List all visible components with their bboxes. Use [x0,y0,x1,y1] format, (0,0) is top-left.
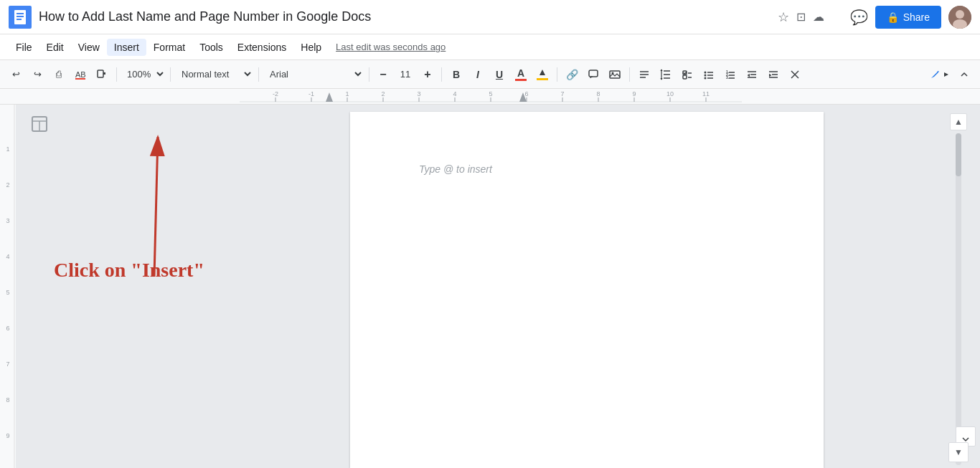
pen-mode-button[interactable] [927,65,953,85]
svg-text:3.: 3. [726,75,730,80]
svg-text:ABC: ABC [75,70,86,79]
svg-text:6: 6 [6,325,9,332]
document-title[interactable]: How to Add Last Name and Page Number in … [39,9,778,24]
bulleted-list-button[interactable] [699,65,719,85]
redo-button[interactable]: ↪ [27,65,47,85]
menu-insert[interactable]: Insert [107,39,146,56]
document-page[interactable]: Type @ to insert [350,112,824,468]
link-button[interactable]: 🔗 [562,65,582,85]
toolbar-divider-7 [629,67,630,82]
svg-text:9: 9 [6,432,9,439]
svg-rect-74 [0,105,16,468]
last-edit-status: Last edit was seconds ago [336,42,446,52]
print-button[interactable]: ⎙ [49,65,69,85]
menu-extensions[interactable]: Extensions [230,39,293,56]
italic-button[interactable]: I [468,65,488,85]
share-button[interactable]: 🔒 Share [875,6,941,29]
collapse-toolbar-button[interactable] [954,65,974,85]
checklist-button[interactable] [677,65,697,85]
menu-tools[interactable]: Tools [192,39,230,56]
toolbar-divider-3 [258,67,259,82]
insert-comment-button[interactable] [583,65,603,85]
menu-file[interactable]: File [9,39,39,56]
toolbar: ↩ ↪ ⎙ ABC 100% 75% 90% 125% 150% Normal … [0,60,980,89]
page-layout-icon[interactable] [29,113,50,135]
text-color-indicator: A [515,67,527,81]
menu-format[interactable]: Format [146,39,192,56]
svg-text:9: 9 [632,90,636,97]
toolbar-divider-6 [557,67,557,82]
svg-line-89 [154,137,158,277]
text-color-button[interactable]: A [511,65,531,85]
comment-history-icon[interactable]: 💬 [850,9,868,26]
toolbar-divider-4 [369,67,369,82]
menu-edit[interactable]: Edit [39,39,71,56]
svg-text:8: 8 [596,90,600,97]
user-avatar[interactable] [948,6,971,29]
star-icon[interactable]: ☆ [778,9,789,25]
font-size-input[interactable] [394,65,417,84]
text-color-bar [515,79,527,81]
main-content: 1 2 3 4 5 6 7 8 9 [0,105,980,468]
decrease-font-size-button[interactable]: − [374,65,392,84]
svg-text:7: 7 [560,90,564,97]
font-selector[interactable]: Arial Times New Roman Georgia Verdana [263,66,364,82]
svg-rect-11 [589,70,598,77]
svg-point-24 [705,71,707,73]
highlight-indicator [537,68,548,80]
svg-rect-12 [610,71,620,78]
scrollbar-track[interactable] [956,133,961,465]
paint-format-button[interactable] [92,65,112,85]
svg-text:8: 8 [6,396,9,403]
svg-text:10: 10 [666,90,674,97]
underline-button[interactable]: U [489,65,509,85]
svg-rect-22 [683,75,687,79]
type-to-insert-prompt: Type @ to insert [419,163,755,175]
align-button[interactable] [634,65,654,85]
clear-formatting-button[interactable] [785,65,805,85]
bold-button[interactable]: B [446,65,466,85]
spell-check-button[interactable]: ABC [70,65,90,85]
zoom-selector[interactable]: 100% 75% 90% 125% 150% [121,67,166,82]
document-area[interactable]: Type @ to insert [237,105,937,468]
svg-text:-1: -1 [308,90,314,97]
annotation-arrow [0,105,237,355]
numbered-list-button[interactable]: 1. 2. 3. [720,65,740,85]
title-actions: ☆ ⊡ ☁ 💬 🔒 Share [778,6,971,29]
svg-text:11: 11 [702,90,710,97]
annotation-text: Click on "Insert" [54,259,204,282]
line-spacing-button[interactable] [656,65,676,85]
folder-icon[interactable]: ⊡ [796,10,806,24]
menu-help[interactable]: Help [293,39,329,56]
scroll-up-button[interactable]: ▲ [950,113,967,130]
decrease-indent-button[interactable] [742,65,762,85]
insert-image-button[interactable] [605,65,625,85]
scrollbar-thumb[interactable] [956,133,961,176]
increase-indent-button[interactable] [763,65,783,85]
svg-text:1: 1 [6,145,9,153]
scroll-down-button[interactable]: ▼ [948,442,969,462]
docs-app-icon[interactable] [9,6,32,29]
svg-text:2: 2 [6,181,9,188]
svg-text:3: 3 [417,90,420,97]
svg-text:7: 7 [6,360,9,368]
svg-text:-2: -2 [273,90,278,97]
ruler: -2 -1 1 2 3 4 5 6 7 8 9 [0,89,980,105]
svg-rect-2 [17,13,24,14]
paragraph-style-selector[interactable]: Normal text Heading 1 Heading 2 Title [175,66,254,82]
svg-text:2: 2 [381,90,385,97]
cloud-save-icon: ☁ [813,10,824,24]
highlight-color-bar [537,78,548,80]
svg-rect-3 [17,16,24,17]
undo-button[interactable]: ↩ [6,65,26,85]
svg-text:5: 5 [6,289,9,296]
svg-point-6 [956,10,964,19]
svg-point-28 [705,77,707,79]
scrollbar-panel: ▲ ▼ [937,105,980,468]
svg-text:4: 4 [6,253,9,260]
highlight-color-button[interactable] [532,65,552,85]
menu-view[interactable]: View [71,39,107,56]
svg-point-26 [705,74,707,76]
increase-font-size-button[interactable]: + [418,65,437,84]
svg-rect-4 [17,19,22,20]
